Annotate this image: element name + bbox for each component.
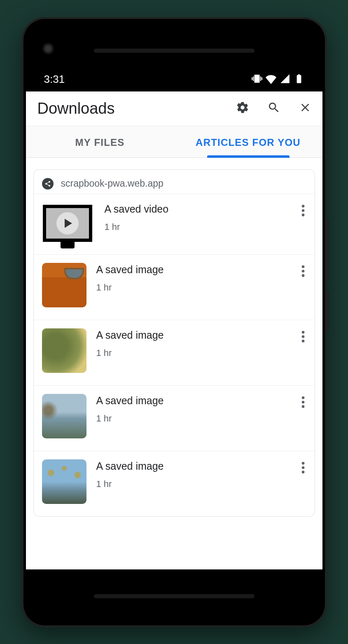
more-button[interactable]	[301, 459, 305, 476]
cell-signal-icon	[280, 73, 290, 86]
svg-point-3	[301, 265, 304, 268]
more-vert-icon	[301, 468, 305, 475]
card-header: scrapbook-pwa.web.app	[34, 170, 315, 194]
status-time: 3:31	[44, 73, 65, 86]
close-icon	[299, 101, 312, 116]
share-icon	[42, 178, 54, 190]
list-item[interactable]: A saved image 1 hr	[34, 451, 315, 516]
source-host: scrapbook-pwa.web.app	[61, 178, 163, 189]
phone-speaker	[94, 594, 255, 598]
app-screen: Downloads MY FILES ARTICLES FOR YOU	[26, 91, 322, 569]
more-vert-icon	[301, 272, 305, 279]
vibrate-icon	[252, 73, 262, 86]
tab-articles-for-you[interactable]: ARTICLES FOR YOU	[174, 126, 322, 157]
list-item[interactable]: A saved image 1 hr	[34, 254, 315, 320]
svg-point-4	[301, 269, 304, 272]
more-button[interactable]	[301, 202, 305, 219]
source-card: scrapbook-pwa.web.app A saved video 1 hr	[33, 169, 315, 517]
search-icon	[267, 101, 280, 116]
more-button[interactable]	[301, 263, 305, 279]
item-subtitle: 1 hr	[105, 222, 292, 232]
svg-point-14	[301, 471, 304, 473]
item-title: A saved image	[96, 460, 292, 472]
item-title: A saved image	[96, 395, 292, 407]
content-area: scrapbook-pwa.web.app A saved video 1 hr	[26, 158, 322, 569]
phone-speaker	[94, 49, 255, 53]
item-subtitle: 1 hr	[96, 413, 292, 424]
status-icons	[252, 73, 304, 86]
item-title: A saved image	[96, 264, 292, 276]
more-button[interactable]	[301, 328, 305, 345]
svg-point-1	[301, 209, 304, 212]
battery-icon	[294, 73, 304, 86]
svg-point-2	[301, 213, 304, 216]
more-button[interactable]	[301, 394, 305, 410]
svg-point-7	[301, 335, 304, 338]
svg-point-12	[301, 462, 304, 465]
image-thumbnail	[42, 263, 86, 307]
svg-point-13	[301, 466, 304, 469]
page-title: Downloads	[37, 100, 236, 117]
svg-point-11	[301, 405, 304, 408]
app-bar: Downloads	[26, 91, 322, 126]
svg-point-5	[301, 274, 304, 277]
phone-frame: 3:31 Downloads	[22, 17, 327, 627]
video-thumbnail	[43, 205, 92, 242]
play-icon	[56, 212, 79, 234]
phone-camera	[42, 43, 54, 54]
svg-point-10	[301, 400, 304, 403]
list-item[interactable]: A saved image 1 hr	[34, 320, 315, 385]
item-title: A saved image	[96, 329, 292, 341]
item-title: A saved video	[105, 203, 292, 215]
more-vert-icon	[301, 337, 305, 344]
settings-button[interactable]	[236, 102, 249, 115]
tab-my-files[interactable]: MY FILES	[26, 126, 174, 157]
svg-point-8	[301, 340, 304, 342]
svg-point-0	[301, 205, 304, 208]
image-thumbnail	[42, 328, 86, 373]
item-subtitle: 1 hr	[96, 479, 292, 489]
item-subtitle: 1 hr	[96, 282, 292, 293]
phone-side-button	[327, 293, 329, 330]
search-button[interactable]	[267, 102, 280, 115]
close-button[interactable]	[299, 102, 312, 115]
more-vert-icon	[301, 211, 305, 218]
tab-bar: MY FILES ARTICLES FOR YOU	[26, 126, 322, 158]
more-vert-icon	[301, 403, 305, 410]
svg-point-9	[301, 396, 304, 399]
image-thumbnail	[42, 394, 86, 438]
phone-side-button	[327, 219, 329, 281]
item-subtitle: 1 hr	[96, 348, 292, 358]
image-thumbnail	[42, 459, 86, 504]
gear-icon	[236, 101, 249, 116]
wifi-icon	[266, 73, 276, 86]
svg-point-6	[301, 331, 304, 334]
list-item[interactable]: A saved image 1 hr	[34, 385, 315, 451]
list-item[interactable]: A saved video 1 hr	[34, 194, 315, 254]
status-bar: 3:31	[26, 21, 322, 91]
